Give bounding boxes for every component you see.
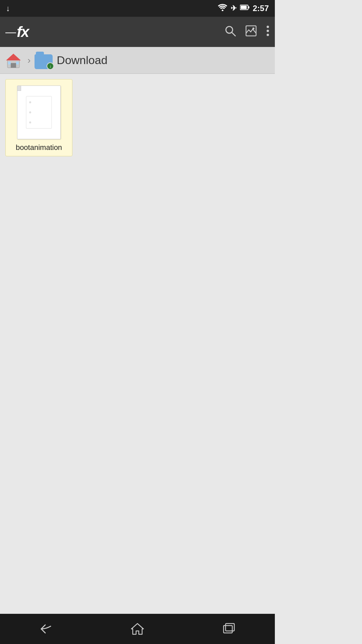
- svg-point-9: [267, 25, 269, 28]
- svg-rect-14: [11, 63, 16, 68]
- svg-rect-16: [16, 62, 19, 64]
- svg-point-10: [267, 30, 269, 32]
- svg-marker-21: [131, 624, 143, 634]
- recents-button[interactable]: [212, 620, 246, 638]
- search-icon[interactable]: [225, 25, 236, 39]
- folder-icon: ↓: [35, 52, 53, 69]
- file-grid: bootanimation: [0, 74, 275, 614]
- app-bar: — fx: [0, 17, 275, 47]
- breadcrumb-label: Download: [57, 54, 107, 67]
- svg-point-18: [29, 101, 31, 103]
- file-name: bootanimation: [16, 143, 62, 152]
- svg-rect-3: [248, 6, 249, 8]
- back-button[interactable]: [29, 620, 63, 638]
- svg-rect-22: [224, 626, 232, 633]
- svg-point-0: [222, 10, 223, 11]
- folder-download-badge: ↓: [47, 62, 54, 70]
- svg-point-19: [29, 111, 31, 113]
- svg-line-5: [232, 32, 235, 36]
- image-icon[interactable]: [245, 25, 257, 39]
- logo-text: fx: [17, 23, 28, 40]
- breadcrumb-chevron: ›: [27, 55, 31, 66]
- clock: 2:57: [253, 4, 269, 13]
- file-preview-icon: [17, 86, 61, 139]
- nav-bar: [0, 614, 275, 644]
- svg-rect-15: [8, 62, 11, 64]
- svg-point-11: [267, 34, 269, 36]
- svg-marker-13: [6, 54, 21, 60]
- download-notification-icon: ↓: [6, 4, 10, 13]
- svg-point-20: [29, 121, 31, 123]
- wifi-icon: [218, 4, 227, 13]
- list-item[interactable]: bootanimation: [5, 79, 72, 156]
- svg-rect-23: [226, 624, 234, 631]
- breadcrumb-bar: › ↓ Download: [0, 47, 275, 74]
- home-button[interactable]: [121, 620, 154, 638]
- status-left: ↓: [6, 4, 10, 13]
- more-options-icon[interactable]: [266, 25, 269, 39]
- battery-icon: [240, 4, 249, 13]
- svg-point-8: [252, 28, 254, 30]
- app-logo: — fx: [5, 23, 218, 40]
- home-breadcrumb[interactable]: [3, 50, 23, 70]
- app-bar-icons: [225, 25, 269, 39]
- status-bar: ↓ ✈ 2:57: [0, 0, 275, 17]
- airplane-icon: ✈: [231, 4, 237, 13]
- logo-dash: —: [5, 26, 16, 38]
- svg-rect-2: [241, 6, 247, 9]
- status-right: ✈ 2:57: [218, 4, 269, 13]
- breadcrumb-folder[interactable]: ↓ Download: [35, 52, 107, 69]
